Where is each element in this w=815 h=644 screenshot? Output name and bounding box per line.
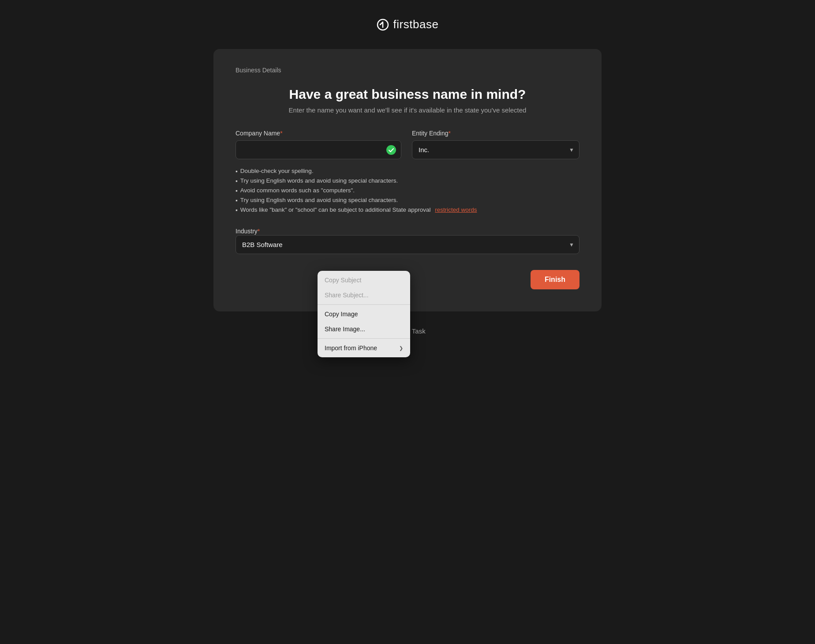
list-item: Try using English words and avoid using … [236,195,579,205]
logo-area: firstbase [377,18,439,31]
context-menu-divider-1 [318,304,410,305]
context-menu-item-import-iphone[interactable]: Import from iPhone ❯ [318,341,410,356]
list-item: Double-check your spelling. [236,166,579,176]
context-menu: Copy Subject Share Subject... Copy Image… [318,271,410,357]
context-menu-share-subject-label: Share Subject... [325,292,369,299]
industry-select[interactable]: B2B Software B2C Software Fintech Health… [236,235,579,254]
svg-point-1 [386,145,396,155]
company-name-group: Company Name* [236,130,401,159]
company-entity-row: Company Name* Entity Ending* Inc. LLC Co… [236,130,579,159]
company-name-input[interactable] [236,140,401,159]
context-menu-copy-image-label: Copy Image [325,311,358,318]
breadcrumb: Business Details [236,67,579,74]
submenu-arrow-icon: ❯ [399,345,403,351]
required-star-company: * [280,130,282,137]
entity-ending-select-wrapper: Inc. LLC Corp. ▼ [412,140,579,159]
finish-button[interactable]: Finish [531,270,579,289]
context-menu-item-copy-image[interactable]: Copy Image [318,307,410,322]
check-icon [386,145,396,155]
entity-ending-label: Entity Ending* [412,130,579,137]
list-item: Try using English words and avoid using … [236,176,579,186]
entity-ending-group: Entity Ending* Inc. LLC Corp. ▼ [412,130,579,159]
restricted-words-link[interactable]: restricted words [435,206,477,213]
list-item: Words like "bank" or "school" can be sub… [236,205,579,215]
context-menu-share-image-label: Share Image... [325,326,365,333]
industry-label: Industry* [236,228,260,235]
page-subtitle: Enter the name you want and we'll see if… [236,106,579,114]
company-name-input-wrapper [236,140,401,159]
entity-ending-select[interactable]: Inc. LLC Corp. [412,140,579,159]
logo-text: firstbase [393,18,439,31]
firstbase-logo-icon [377,19,389,31]
context-menu-item-share-image[interactable]: Share Image... [318,322,410,337]
main-card: Business Details Have a great business n… [213,49,602,311]
context-menu-item-share-subject[interactable]: Share Subject... [318,288,410,303]
company-name-label: Company Name* [236,130,401,137]
list-item: Avoid common words such as "computers". [236,186,579,195]
page-title: Have a great business name in mind? [236,87,579,102]
context-menu-copy-subject-label: Copy Subject [325,277,361,284]
context-menu-divider-2 [318,338,410,339]
context-menu-import-iphone-label: Import from iPhone [325,344,377,352]
context-menu-item-copy-subject[interactable]: Copy Subject [318,273,410,288]
required-star-industry: * [258,228,260,235]
tips-list: Double-check your spelling. Try using En… [236,166,579,215]
required-star-entity: * [449,130,451,137]
industry-group: Industry* B2B Software B2C Software Fint… [236,227,579,254]
industry-select-wrapper: B2B Software B2C Software Fintech Health… [236,235,579,254]
tips-section: Double-check your spelling. Try using En… [236,166,579,215]
